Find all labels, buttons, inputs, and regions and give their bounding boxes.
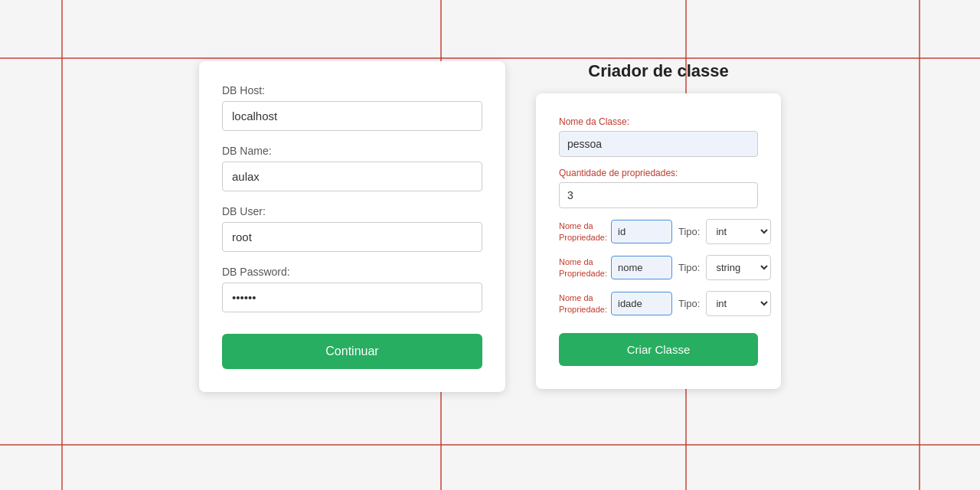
tipo-label-3: Tipo: (678, 298, 700, 309)
db-name-input[interactable] (222, 162, 482, 191)
db-name-label: DB Name: (222, 145, 482, 157)
db-host-label: DB Host: (222, 84, 482, 96)
property-row-2: Nome daPropriedade: Tipo: int string flo… (559, 255, 758, 280)
page-title: Criador de classe (588, 61, 728, 81)
tipo-select-2[interactable]: int string float boolean (706, 255, 771, 280)
prop-label-2: Nome daPropriedade: (559, 256, 605, 279)
db-host-input[interactable] (222, 101, 482, 131)
prop-name-input-2[interactable] (611, 256, 672, 279)
right-section: Criador de classe Nome da Classe: Quanti… (536, 61, 781, 389)
db-user-input[interactable] (222, 222, 482, 252)
criar-classe-button[interactable]: Criar Classe (559, 333, 758, 366)
tipo-select-3[interactable]: int string float boolean (706, 291, 771, 316)
db-user-group: DB User: (222, 205, 482, 252)
quantidade-input[interactable] (559, 182, 758, 208)
db-host-group: DB Host: (222, 84, 482, 131)
nome-classe-input[interactable] (559, 131, 758, 157)
tipo-label-2: Tipo: (678, 262, 700, 273)
quantidade-group: Quantidade de propriedades: (559, 168, 758, 208)
prop-name-input-3[interactable] (611, 292, 672, 315)
db-name-group: DB Name: (222, 145, 482, 191)
tipo-select-1[interactable]: int string float boolean (706, 219, 771, 244)
quantidade-label: Quantidade de propriedades: (559, 168, 758, 178)
continuar-button[interactable]: Continuar (222, 334, 482, 369)
class-creator-panel: Nome da Classe: Quantidade de propriedad… (536, 93, 781, 389)
db-user-label: DB User: (222, 205, 482, 217)
nome-classe-group: Nome da Classe: (559, 116, 758, 157)
nome-classe-label: Nome da Classe: (559, 116, 758, 127)
property-row-1: Nome daPropriedade: Tipo: int string flo… (559, 219, 758, 244)
db-password-input[interactable] (222, 283, 482, 312)
tipo-label-1: Tipo: (678, 226, 700, 237)
db-password-label: DB Password: (222, 266, 482, 278)
db-password-group: DB Password: (222, 266, 482, 312)
db-connection-panel: DB Host: DB Name: DB User: DB Password: … (199, 61, 505, 392)
prop-label-1: Nome daPropriedade: (559, 220, 605, 243)
property-row-3: Nome daPropriedade: Tipo: int string flo… (559, 291, 758, 316)
page-layout: DB Host: DB Name: DB User: DB Password: … (0, 0, 980, 490)
prop-name-input-1[interactable] (611, 220, 672, 243)
prop-label-3: Nome daPropriedade: (559, 292, 605, 315)
